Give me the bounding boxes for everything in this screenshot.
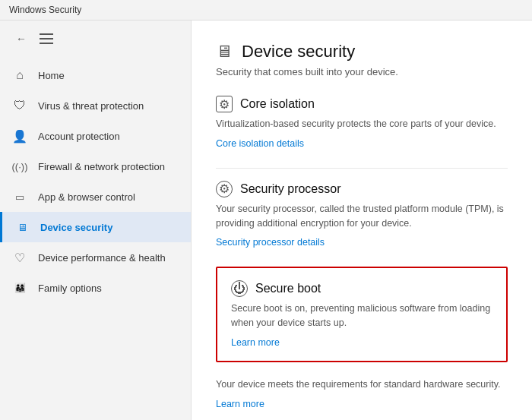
core-isolation-header: ⚙ Core isolation	[216, 96, 508, 112]
page-header: 🖥 Device security	[216, 42, 508, 62]
hamburger-menu[interactable]	[40, 30, 58, 48]
main-content: 🖥 Device security Security that comes bu…	[192, 21, 532, 420]
security-processor-header: ⚙ Security processor	[216, 181, 508, 197]
sidebar-label-family: Family options	[38, 283, 102, 294]
core-isolation-icon: ⚙	[216, 96, 233, 112]
app-container: ← ⌂ Home 🛡 Virus & threat protection 👤 A…	[0, 21, 532, 420]
wifi-icon: ((·))	[12, 159, 27, 174]
secure-boot-icon: ⏻	[231, 280, 248, 297]
sidebar-label-virus: Virus & threat protection	[38, 100, 144, 112]
sidebar-item-home[interactable]: ⌂ Home	[0, 60, 191, 90]
laptop-icon: 🖥	[14, 219, 30, 235]
nav-items: ⌂ Home 🛡 Virus & threat protection 👤 Acc…	[0, 57, 191, 420]
sidebar-label-performance: Device performance & health	[38, 252, 166, 264]
secure-boot-title: Secure boot	[255, 282, 321, 295]
person-icon: 👤	[12, 128, 27, 144]
section-security-processor: ⚙ Security processor Your security proce…	[216, 181, 508, 249]
title-bar: Windows Security	[0, 0, 532, 21]
shield-icon: 🛡	[12, 98, 27, 113]
sidebar-item-family[interactable]: 👨‍👩‍👧 Family options	[0, 273, 191, 303]
security-processor-icon: ⚙	[216, 181, 233, 197]
core-isolation-link[interactable]: Core isolation details	[216, 138, 304, 149]
sidebar-item-virus[interactable]: 🛡 Virus & threat protection	[0, 90, 191, 121]
sidebar-item-device[interactable]: 🖥 Device security	[0, 212, 191, 242]
browser-icon: ▭	[12, 189, 27, 204]
home-icon: ⌂	[12, 68, 27, 83]
sidebar-label-app: App & browser control	[38, 191, 135, 203]
sidebar-item-performance[interactable]: ♡ Device performance & health	[0, 242, 191, 273]
divider-1	[216, 168, 508, 169]
footer-text: Your device meets the requirements for s…	[216, 377, 508, 392]
page-title: Device security	[242, 42, 355, 62]
family-icon: 👨‍👩‍👧	[12, 280, 27, 295]
security-processor-title: Security processor	[240, 182, 341, 196]
sidebar-label-home: Home	[38, 70, 65, 81]
section-core-isolation: ⚙ Core isolation Virtualization-based se…	[216, 96, 508, 150]
device-security-header-icon: 🖥	[216, 43, 233, 60]
sidebar-label-account: Account protection	[38, 131, 120, 142]
sidebar-label-firewall: Firewall & network protection	[38, 161, 165, 172]
security-processor-link[interactable]: Security processor details	[216, 237, 325, 248]
sidebar-top: ←	[0, 21, 191, 57]
sidebar-label-device: Device security	[40, 222, 112, 233]
core-isolation-title: Core isolation	[240, 97, 315, 111]
page-subtitle: Security that comes built into your devi…	[216, 66, 508, 77]
footer-link[interactable]: Learn more	[216, 399, 264, 409]
core-isolation-desc: Virtualization-based security protects t…	[216, 117, 508, 131]
secure-boot-header: ⏻ Secure boot	[231, 280, 492, 297]
secure-boot-desc: Secure boot is on, preventing malicious …	[231, 302, 492, 330]
title-bar-label: Windows Security	[9, 5, 81, 15]
back-button[interactable]: ←	[12, 30, 30, 48]
heart-icon: ♡	[12, 250, 27, 265]
security-processor-desc: Your security processor, called the trus…	[216, 202, 508, 231]
sidebar: ← ⌂ Home 🛡 Virus & threat protection 👤 A…	[0, 21, 192, 420]
secure-boot-link[interactable]: Learn more	[231, 337, 280, 348]
sidebar-item-account[interactable]: 👤 Account protection	[0, 121, 191, 151]
secure-boot-box: ⏻ Secure boot Secure boot is on, prevent…	[216, 267, 508, 362]
sidebar-item-firewall[interactable]: ((·)) Firewall & network protection	[0, 151, 191, 182]
sidebar-item-app[interactable]: ▭ App & browser control	[0, 182, 191, 212]
